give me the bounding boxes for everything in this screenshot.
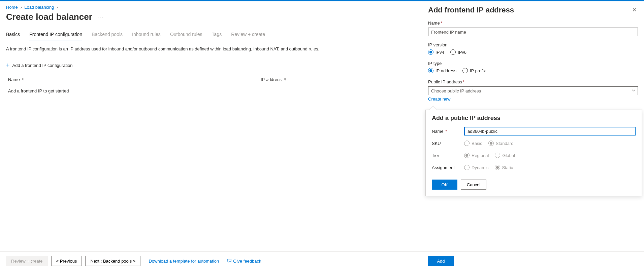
add-public-ip-popup: Add a public IP address Name * SKU Basic… <box>425 110 642 196</box>
public-ip-label: Public IP address <box>428 79 462 84</box>
tab-frontend-ip[interactable]: Frontend IP configuration <box>29 32 82 40</box>
ipv6-radio-label: IPv6 <box>458 50 466 55</box>
required-icon: * <box>445 129 447 134</box>
panel-title: Add frontend IP address <box>428 6 514 14</box>
assignment-static-radio: Static <box>495 165 513 170</box>
more-menu-icon[interactable]: ⋯ <box>97 13 103 21</box>
ip-address-radio[interactable]: IP address <box>428 68 456 73</box>
sku-standard-label: Standard <box>496 141 514 146</box>
download-template-link[interactable]: Download a template for automation <box>149 259 219 264</box>
ip-type-label: IP type <box>428 61 442 66</box>
add-frontend-ip-config-label: Add a frontend IP configuration <box>12 63 73 68</box>
give-feedback-link[interactable]: Give feedback <box>227 259 261 264</box>
tier-global-label: Global <box>502 153 515 158</box>
tier-label: Tier <box>432 153 464 158</box>
add-frontend-ip-config-button[interactable]: + Add a frontend IP configuration <box>6 62 416 68</box>
sort-icon[interactable] <box>283 77 287 82</box>
tier-regional-label: Regional <box>472 153 489 158</box>
ip-prefix-radio[interactable]: IP prefix <box>462 68 486 73</box>
sort-icon[interactable] <box>21 77 25 82</box>
breadcrumb-home[interactable]: Home <box>6 5 18 10</box>
feedback-icon <box>227 259 232 263</box>
ip-prefix-radio-label: IP prefix <box>470 68 486 73</box>
tab-basics[interactable]: Basics <box>6 32 20 40</box>
plus-icon: + <box>6 62 10 68</box>
ipv6-radio[interactable]: IPv6 <box>450 49 466 55</box>
close-icon[interactable]: ✕ <box>631 5 638 14</box>
public-ip-name-input[interactable] <box>464 127 636 136</box>
table-empty-row: Add a frontend IP to get started <box>6 85 416 97</box>
tab-description: A frontend IP configuration is an IP add… <box>6 46 416 51</box>
tab-inbound-rules: Inbound rules <box>132 32 161 40</box>
public-ip-select-placeholder: Choose public IP address <box>431 88 481 93</box>
tier-regional-radio: Regional <box>464 153 489 158</box>
tier-global-radio: Global <box>495 153 515 158</box>
tabs: Basics Frontend IP configuration Backend… <box>6 32 416 40</box>
public-ip-select[interactable]: Choose public IP address <box>428 86 638 95</box>
tab-tags: Tags <box>212 32 222 40</box>
review-create-button: Review + create <box>6 256 48 266</box>
chevron-right-icon: › <box>20 5 22 10</box>
previous-button[interactable]: < Previous <box>51 256 82 266</box>
assignment-dynamic-radio: Dynamic <box>464 165 489 170</box>
tab-review-create: Review + create <box>231 32 265 40</box>
sku-basic-radio: Basic <box>464 141 482 146</box>
sku-standard-radio: Standard <box>488 141 514 146</box>
sku-basic-label: Basic <box>472 141 482 146</box>
create-new-link[interactable]: Create new <box>428 97 450 102</box>
assignment-static-label: Static <box>502 165 513 170</box>
table-header: Name IP address <box>6 74 416 85</box>
assignment-dynamic-label: Dynamic <box>472 165 489 170</box>
tab-backend-pools: Backend pools <box>92 32 123 40</box>
chevron-down-icon <box>632 88 636 93</box>
next-button[interactable]: Next : Backend pools > <box>85 256 140 266</box>
breadcrumb-load-balancing[interactable]: Load balancing <box>24 5 54 10</box>
add-button[interactable]: Add <box>428 256 454 266</box>
required-icon: * <box>441 21 442 26</box>
tab-outbound-rules: Outbound rules <box>170 32 202 40</box>
chevron-right-icon: › <box>57 5 58 10</box>
column-name[interactable]: Name <box>8 77 20 82</box>
ipv4-radio[interactable]: IPv4 <box>428 49 444 55</box>
popup-title: Add a public IP address <box>432 115 636 122</box>
assignment-label: Assignment <box>432 165 464 170</box>
popup-name-label: Name <box>432 129 444 134</box>
add-frontend-ip-panel: Add frontend IP address ✕ Name* IP versi… <box>422 1 644 270</box>
required-icon: * <box>463 79 464 84</box>
ip-address-radio-label: IP address <box>436 68 456 73</box>
bottom-bar: Review + create < Previous Next : Backen… <box>0 252 422 270</box>
column-ip-address[interactable]: IP address <box>261 77 282 82</box>
cancel-button[interactable]: Cancel <box>461 180 486 190</box>
give-feedback-label: Give feedback <box>233 259 261 264</box>
name-label: Name <box>428 21 440 26</box>
breadcrumb: Home › Load balancing › <box>6 1 416 10</box>
ok-button[interactable]: OK <box>432 180 457 190</box>
ipv4-radio-label: IPv4 <box>436 50 444 55</box>
sku-label: SKU <box>432 141 464 146</box>
ip-version-label: IP version <box>428 42 448 47</box>
page-title: Create load balancer <box>6 12 92 22</box>
frontend-ip-name-input[interactable] <box>428 28 638 36</box>
